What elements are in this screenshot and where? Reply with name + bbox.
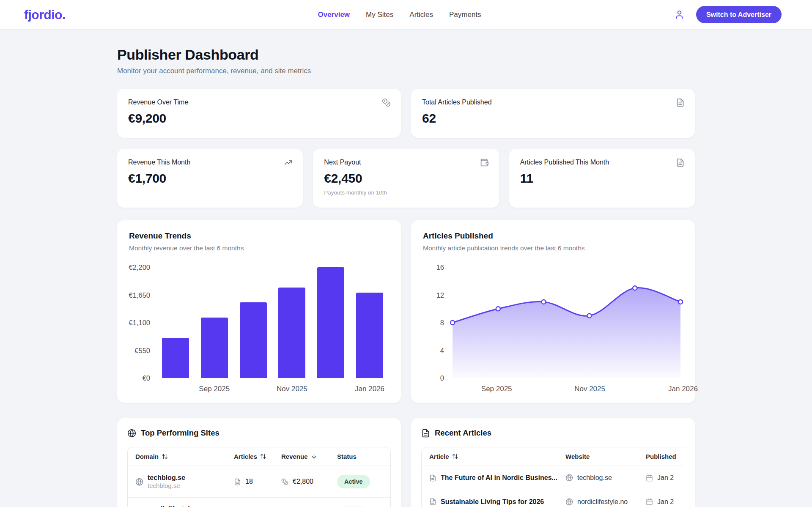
revenue-bar[interactable] [278,288,305,378]
column-header-domain[interactable]: Domain [135,453,234,460]
data-point[interactable] [450,321,455,325]
data-point[interactable] [678,300,683,304]
x-tick-label: Nov 2025 [277,385,307,393]
nav-item-my-sites[interactable]: My Sites [366,11,393,19]
site-row-nordiclifestyle-no[interactable]: nordiclifestyle.no nordiclifestyle.no 15… [128,497,390,507]
sites-table-header: DomainArticlesRevenueStatus [128,447,390,466]
recent-articles-card: Recent Articles ArticleWebsitePublished … [411,418,695,507]
nav-links: OverviewMy SitesArticlesPayments [318,11,481,19]
globe-icon [565,474,573,482]
column-label: Published [646,453,676,460]
nav-item-overview[interactable]: Overview [318,11,350,19]
column-header-published[interactable]: Published [646,453,685,460]
site-row-techblog-se[interactable]: techblog.se techblog.se 18 €2,800 Active [128,466,390,497]
x-tick-label: Jan 2026 [355,385,384,393]
line-chart-x-axis: Sep 2025Nov 2025Jan 2026 [450,385,683,396]
line-chart: 0481216 [423,267,683,378]
article-website: nordiclifestyle.no [577,498,628,506]
stat-value: 62 [422,111,684,126]
stat-card-revenue-this-month: Revenue This Month €1,700 [117,149,303,208]
user-icon[interactable] [675,10,684,19]
column-label: Website [565,453,590,460]
brand-logo[interactable]: fjordio. [24,8,66,22]
y-tick-label: €550 [134,346,150,354]
stat-value: €2,450 [324,171,488,186]
top-performing-sites-card: Top Performing Sites DomainArticlesReven… [117,418,401,507]
card-title-row: Recent Articles [421,428,685,438]
stat-label: Next Payout [324,159,488,166]
stat-card-total-articles: Total Articles Published 62 [411,89,695,138]
articles-line-chart-svg [450,267,683,378]
column-header-articles[interactable]: Articles [234,453,281,460]
arrow-up-down-icon [260,453,266,460]
page-subtitle: Monitor your account performance, revenu… [117,67,695,75]
data-point[interactable] [496,307,500,311]
file-text-icon [676,98,685,109]
status-badge: Active [337,475,370,488]
stat-label: Revenue Over Time [128,99,390,106]
nav-item-payments[interactable]: Payments [449,11,481,19]
y-tick-label: €2,200 [129,263,150,271]
column-label: Articles [234,453,257,460]
revenue-bar[interactable] [356,293,383,378]
data-point[interactable] [587,314,591,318]
file-text-icon [429,498,436,505]
stats-row-1: Revenue Over Time €9,200 Total Articles … [117,89,695,138]
domain-name: techblog.se [148,474,185,482]
card-title-row: Top Performing Sites [127,428,391,438]
bar-chart-y-axis: €0€550€1,100€1,650€2,200 [129,267,156,378]
stat-card-articles-this-month: Articles Published This Month 11 [509,149,695,208]
revenue-bar[interactable] [201,318,228,378]
column-label: Revenue [281,453,308,460]
y-tick-label: 16 [436,263,444,271]
arrow-up-down-icon [452,453,458,460]
column-label: Status [337,453,357,460]
articles-published-chart-card: Articles Published Monthly article publi… [411,220,695,403]
articles-count: 18 [245,478,253,485]
sites-table: DomainArticlesRevenueStatus techblog.se … [127,447,391,507]
articles-table-header: ArticleWebsitePublished [422,447,685,466]
payout-schedule-caption: Payouts monthly on 10th [324,189,488,196]
chart-subtitle: Monthly revenue over the last 6 months [129,244,389,252]
articles-table: ArticleWebsitePublished The Future of AI… [421,447,685,507]
file-text-icon [421,429,430,438]
stat-label: Articles Published This Month [520,159,684,166]
chart-title: Revenue Trends [129,231,389,241]
revenue-trends-chart-card: Revenue Trends Monthly revenue over the … [117,220,401,403]
stat-value: 11 [520,171,684,186]
article-title: The Future of AI in Nordic Busines... [441,474,557,482]
column-header-status[interactable]: Status [337,453,383,460]
bar-chart-x-axis: Sep 2025Nov 2025Jan 2026 [156,385,389,396]
page-title: Publisher Dashboard [117,47,695,63]
column-header-revenue[interactable]: Revenue [281,453,337,460]
switch-to-advertiser-button[interactable]: Switch to Advertiser [696,6,782,23]
globe-icon [135,478,143,486]
revenue-bar[interactable] [317,267,344,378]
line-chart-plot [450,267,683,378]
article-published-date: Jan 2 [657,498,674,506]
domain-sub: techblog.se [148,482,185,490]
chart-title: Articles Published [423,231,683,241]
line-chart-y-axis: 0481216 [423,267,450,378]
data-point[interactable] [633,286,637,290]
x-tick-label: Jan 2026 [668,385,698,393]
article-row[interactable]: Sustainable Living Tips for 2026 nordicl… [422,490,685,507]
main-content: Publisher Dashboard Monitor your account… [117,30,695,507]
revenue-bar[interactable] [240,302,267,378]
data-point[interactable] [542,300,546,304]
y-tick-label: 0 [440,374,444,382]
topbar-right: Switch to Advertiser [675,6,782,23]
column-header-article[interactable]: Article [429,453,565,460]
x-tick-label: Sep 2025 [481,385,512,393]
nav-item-articles[interactable]: Articles [409,11,433,19]
column-header-website[interactable]: Website [565,453,646,460]
stat-value: €1,700 [128,171,292,186]
area-fill [453,288,680,378]
globe-icon [565,498,573,506]
revenue-bar[interactable] [162,338,189,378]
domain-name: nordiclifestyle.no [148,505,203,507]
globe-icon [127,429,136,438]
coins-icon [382,98,391,109]
article-row[interactable]: The Future of AI in Nordic Busines... te… [422,466,685,490]
card-title: Top Performing Sites [141,428,219,438]
